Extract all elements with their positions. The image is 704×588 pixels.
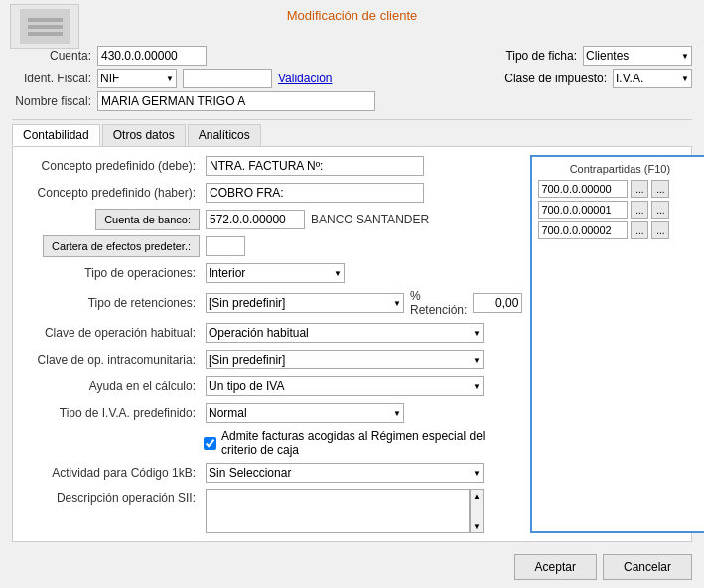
contrapartidas-title: Contrapartidas (F10) <box>538 163 701 175</box>
contrapartidas-box: Contrapartidas (F10) ... ... ... ... ...… <box>530 155 704 533</box>
descripcion-label: Descripción operación SII: <box>21 489 200 505</box>
ident-fiscal-label: Ident. Fiscal: <box>12 72 91 85</box>
tipo-operaciones-label: Tipo de operaciones: <box>21 266 200 280</box>
contra-row-0: ... ... <box>538 180 701 198</box>
actividad-select[interactable]: Sin Seleccionar <box>206 463 484 483</box>
tab-analiticos[interactable]: Analíticos <box>188 124 261 146</box>
logo <box>10 4 79 49</box>
contra-btn-dots1-1[interactable]: ... <box>631 201 648 219</box>
bottom-buttons: Aceptar Cancelar <box>0 550 704 588</box>
tipo-ficha-label: Tipo de ficha: <box>505 49 577 63</box>
concepto-debe-label: Concepto predefinido (debe): <box>21 159 200 173</box>
dialog: Modificación de cliente Cuenta: Tipo de … <box>0 0 704 588</box>
tab-contabilidad[interactable]: Contabilidad <box>12 124 100 146</box>
tipo-iva-label: Tipo de I.V.A. predefinido: <box>21 406 200 420</box>
criterio-caja-label: Admite facturas acogidas al Régimen espe… <box>221 429 522 457</box>
contra-btn-dots2-2[interactable]: ... <box>651 221 669 239</box>
left-form: Concepto predefinido (debe): Concepto pr… <box>21 155 522 533</box>
clave-habitual-select[interactable]: Operación habitual <box>206 323 484 343</box>
cartera-btn[interactable]: Cartera de efectos predeter.: <box>43 235 200 257</box>
scroll-up-btn[interactable]: ▲ <box>471 490 483 502</box>
contra-btn-dots2-1[interactable]: ... <box>651 201 669 219</box>
contra-btn-dots1-2[interactable]: ... <box>631 221 648 239</box>
ident-fiscal-select[interactable]: NIF <box>97 69 177 88</box>
tabs-bar: Contabilidad Otros datos Analíticos <box>0 124 704 146</box>
clave-intracomunitaria-select[interactable]: [Sin predefinir] <box>206 350 484 369</box>
cuenta-banco-btn[interactable]: Cuenta de banco: <box>95 209 200 230</box>
clase-impuesto-label: Clase de impuesto: <box>504 72 607 85</box>
contra-row-2: ... ... <box>538 221 701 239</box>
nombre-fiscal-label: Nombre fiscal: <box>12 94 91 108</box>
concepto-haber-label: Concepto predefinido (haber): <box>21 186 200 200</box>
contra-input-1[interactable] <box>538 201 628 219</box>
concepto-debe-input[interactable] <box>206 156 424 176</box>
contra-input-2[interactable] <box>538 221 628 239</box>
tipo-retenciones-label: Tipo de retenciones: <box>21 296 200 310</box>
scroll-down-btn[interactable]: ▼ <box>471 520 483 532</box>
tipo-operaciones-select[interactable]: Interior <box>206 263 345 283</box>
tipo-ficha-select[interactable]: Clientes <box>583 46 692 66</box>
dialog-title: Modificación de cliente <box>0 0 704 27</box>
tipo-retenciones-select[interactable]: [Sin predefinir] <box>206 293 404 313</box>
contra-row-1: ... ... <box>538 201 701 219</box>
tab-content: Concepto predefinido (debe): Concepto pr… <box>12 146 692 542</box>
concepto-haber-input[interactable] <box>206 183 424 203</box>
actividad-label: Actividad para Código 1kB: <box>21 466 200 480</box>
tipo-iva-select[interactable]: Normal <box>206 403 404 423</box>
tab-otros-datos[interactable]: Otros datos <box>102 124 186 146</box>
descripcion-textarea[interactable] <box>206 489 470 533</box>
nombre-fiscal-input[interactable] <box>97 91 375 111</box>
clave-habitual-label: Clave de operación habitual: <box>21 326 200 340</box>
ayuda-calculo-label: Ayuda en el cálculo: <box>21 379 200 393</box>
cancelar-button[interactable]: Cancelar <box>603 554 692 580</box>
contra-btn-dots1-0[interactable]: ... <box>631 180 648 198</box>
cuenta-label: Cuenta: <box>12 49 91 63</box>
cuenta-input[interactable] <box>97 46 207 66</box>
ident-fiscal-input[interactable] <box>183 69 272 88</box>
header-section: Cuenta: Tipo de ficha: Clientes Ident. F… <box>0 42 704 115</box>
validacion-link[interactable]: Validación <box>278 72 332 85</box>
contra-input-0[interactable] <box>538 180 628 198</box>
retencion-label: % Retención: <box>410 289 467 317</box>
ayuda-calculo-select[interactable]: Un tipo de IVA <box>206 376 484 396</box>
banco-nombre: BANCO SANTANDER <box>311 213 429 226</box>
cartera-input[interactable] <box>206 236 245 256</box>
criterio-caja-checkbox[interactable] <box>204 437 216 450</box>
clase-impuesto-select[interactable]: I.V.A. <box>613 69 692 88</box>
retencion-input[interactable] <box>473 293 522 313</box>
clave-intracomunitaria-label: Clave de op. intracomunitaria: <box>21 353 200 367</box>
contra-btn-dots2-0[interactable]: ... <box>651 180 669 198</box>
aceptar-button[interactable]: Aceptar <box>514 554 597 580</box>
banco-cuenta-input[interactable] <box>206 210 305 229</box>
